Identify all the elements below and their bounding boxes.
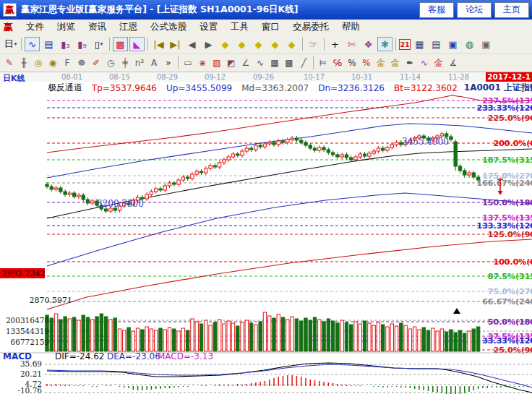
gold-coin-icon[interactable]: 金 (374, 56, 388, 70)
date-tick: 08-29 (157, 73, 178, 81)
shade-fan-icon[interactable]: ◩ (225, 56, 239, 70)
grid-a-icon[interactable]: ▦ (268, 56, 282, 70)
menu-help[interactable]: 帮助 (335, 21, 366, 33)
step-back-icon[interactable]: ◀ (184, 37, 200, 51)
box-tool-icon[interactable]: ▭ (181, 56, 195, 70)
price-scale-icon[interactable]: ⊨ (317, 56, 330, 70)
percent-line-icon[interactable]: % (360, 56, 374, 70)
forum-button[interactable]: 论坛 (457, 2, 492, 18)
first-page-icon[interactable]: |◀ (151, 37, 166, 51)
svg-text:66.67%(240: 66.67%(240 (482, 297, 532, 307)
menu-file[interactable]: 文件 (20, 21, 51, 33)
zoom-right-diamond-icon[interactable]: ◆ (234, 37, 249, 51)
ray-fan-icon[interactable]: ⋇ (196, 56, 210, 70)
chart-type-candle-icon[interactable]: 日▾ (3, 37, 18, 51)
chart-canvas[interactable]: 237.5%(135233.33%(120225.0%(90200.0%(018… (0, 94, 532, 394)
more-tools-icon[interactable]: » (162, 56, 176, 70)
zoom-all-diamond-icon[interactable]: ◆ (284, 37, 299, 51)
svg-text:187.5%(315: 187.5%(315 (482, 155, 532, 165)
parallel-lines-icon[interactable]: ╱ (297, 56, 311, 70)
bars-9-icon[interactable]: ▮₉ (74, 37, 90, 51)
menu-browse[interactable]: 浏览 (51, 21, 82, 33)
svg-text:100.0%(0: 100.0%(0 (494, 257, 532, 267)
remote-pc-icon[interactable]: ▣ (479, 37, 494, 51)
grid-ruler-icon[interactable]: ╪ (119, 56, 132, 70)
indicator-name: 极反通道 (48, 82, 82, 94)
gann-ruler-icon[interactable]: ╫ (17, 56, 31, 70)
date-tick: 08-15 (109, 73, 130, 81)
brush-icon[interactable]: ✐ (90, 56, 103, 70)
date-axis: 日K线 08-0108-1508-2909-1209-2610-1710-311… (0, 72, 532, 82)
n-square-icon[interactable]: n² (133, 56, 147, 70)
net-send-icon[interactable]: ◍ (462, 37, 477, 51)
text-tool-icon[interactable]: A (147, 56, 161, 70)
percent-icon[interactable]: % (346, 56, 359, 70)
svg-text:200316478: 200316478 (6, 316, 49, 325)
smart-analysis-icon[interactable]: ❃ (377, 37, 392, 51)
crosshair-icon[interactable]: + (327, 37, 343, 51)
toolbar-separator (178, 56, 179, 69)
symbol-label: 1A0001 上证指数 (464, 82, 532, 94)
percent-band-icon[interactable]: ℅ (331, 56, 345, 70)
macd-dea-line (47, 364, 532, 387)
date-tick: 08-01 (61, 73, 82, 81)
date-tick: 09-12 (205, 73, 226, 81)
color-histogram-icon[interactable]: ◣ (129, 37, 145, 51)
zigzag-line-icon[interactable]: ∿ (254, 56, 267, 70)
svg-text:233.33%(120: 233.33%(120 (477, 103, 532, 113)
window-title: 赢家江恩专业版[赢家服务平台] - [上证指数 SH1A0001-96日K线] (21, 4, 416, 16)
wave-gann-icon[interactable]: ∿ (418, 56, 432, 70)
menu-news[interactable]: 资讯 (82, 21, 113, 33)
home-button[interactable]: 主页 (494, 2, 529, 18)
gann-community-icon[interactable]: ❖ (361, 37, 376, 51)
angle-j-icon[interactable]: ∡ (447, 56, 460, 70)
angle-line-icon[interactable]: ∠ (239, 56, 253, 70)
gold-line-icon[interactable]: 金 (389, 56, 403, 70)
hand-drag-icon[interactable]: ☞ (306, 37, 321, 51)
golden-ring-icon[interactable]: ◎ (32, 56, 46, 70)
channel-line-tp (47, 95, 532, 153)
mark-pen-icon[interactable]: ✒ (403, 56, 417, 70)
macd-dif: DIF=-24.62 (55, 351, 104, 361)
save-icon[interactable]: ▣ (445, 37, 460, 51)
grid-b-icon[interactable]: ▩ (283, 56, 296, 70)
gold-red-icon[interactable]: 金 (432, 56, 446, 70)
cycle-clock-icon[interactable]: ◷ (104, 56, 118, 70)
calculator-icon[interactable]: ▦ (412, 37, 427, 51)
toolbar-separator (313, 56, 314, 69)
pattern-tool-icon[interactable]: ▩ (113, 37, 128, 51)
indicator-bt: Bt=3122.3602 (394, 83, 458, 93)
spiral-icon[interactable]: ☸ (75, 56, 89, 70)
customer-service-button[interactable]: 客服 (419, 2, 454, 18)
menu-gann[interactable]: 江恩 (113, 21, 144, 33)
menu-formula-stock-picker[interactable]: 公式选股 (144, 21, 193, 33)
cut-tool-icon[interactable]: ✄ (344, 37, 359, 51)
zoom-out-diamond-icon[interactable]: ◆ (251, 37, 266, 51)
menu-trading[interactable]: 交易委托 (286, 21, 335, 33)
trend-wave-icon[interactable]: ∿ (25, 37, 40, 51)
menu-window[interactable]: 窗口 (255, 21, 286, 33)
svg-text:225.0%(90: 225.0%(90 (488, 114, 532, 123)
golden-ring2-icon[interactable]: ◉ (46, 56, 60, 70)
menu-settings[interactable]: 设置 (193, 21, 224, 33)
zoom-left-diamond-icon[interactable]: ◆ (218, 37, 233, 51)
svg-text:-10.76: -10.76 (17, 386, 42, 394)
indicator-header: 1A0001 上证指数 极反通道Tp=3537.9646Up=3455.5099… (0, 82, 532, 94)
channel-line-bt (47, 239, 532, 309)
candle-style-icon[interactable]: ▯▾ (91, 37, 106, 51)
fibonacci-f-icon[interactable]: F (61, 56, 74, 70)
draw-pencil-icon[interactable]: ✎ (3, 56, 17, 70)
current-date-badge: 2017-12-1 (486, 72, 532, 82)
menu-tools[interactable]: 工具 (224, 21, 255, 33)
grid-box-red-icon[interactable]: ▨ (210, 56, 224, 70)
zoom-in-diamond-icon[interactable]: ◆ (267, 37, 283, 51)
last-page-icon[interactable]: ▶| (168, 37, 183, 51)
svg-text:2870.5971: 2870.5971 (30, 296, 73, 305)
calendar-icon[interactable]: 21 (399, 39, 411, 50)
info-sheet-icon[interactable]: ▤ (41, 37, 56, 51)
date-tick: 11-14 (400, 73, 421, 81)
app-window: 赢 赢家江恩专业版[赢家服务平台] - [上证指数 SH1A0001-96日K线… (0, 0, 532, 394)
bars-3-icon[interactable]: ▮₃ (58, 37, 73, 51)
notes-icon[interactable]: ▤ (429, 37, 444, 51)
step-forward-icon[interactable]: ▶ (201, 37, 216, 51)
